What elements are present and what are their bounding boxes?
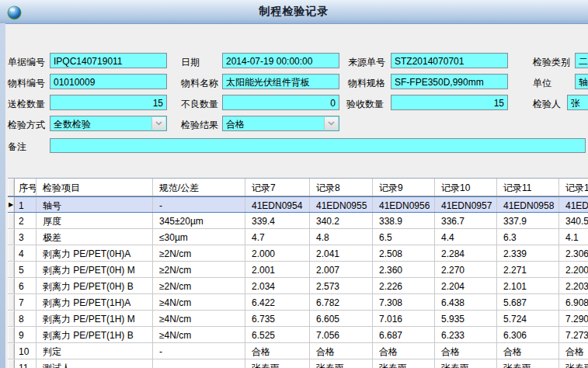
table-cell[interactable]: 张春雨 bbox=[497, 359, 559, 368]
table-cell[interactable]: 5.724 bbox=[497, 311, 559, 326]
table-cell[interactable]: 轴号 bbox=[37, 197, 153, 212]
table-cell[interactable]: 340.5 bbox=[559, 213, 588, 228]
table-cell[interactable]: - bbox=[153, 197, 245, 212]
table-cell[interactable]: 2.034 bbox=[245, 278, 310, 293]
table-cell[interactable]: 6.908 bbox=[559, 294, 588, 310]
table-cell[interactable]: 剥离力 PE/PET(0H) B bbox=[37, 278, 153, 293]
table-cell[interactable]: 7.016 bbox=[373, 311, 435, 326]
table-cell[interactable]: 剥离力 PE/PET(1H) B bbox=[37, 327, 153, 342]
table-row[interactable]: 7剥离力 PE/PET(1H)A≥4N/cm6.4226.7827.3086.4… bbox=[8, 294, 588, 311]
table-cell[interactable]: 4.8 bbox=[310, 229, 373, 245]
table-cell[interactable]: 厚度 bbox=[37, 213, 153, 228]
defect-qty-field[interactable]: 0 bbox=[222, 95, 339, 110]
material-no-field[interactable]: 01010009 bbox=[50, 74, 167, 89]
row-selector[interactable] bbox=[8, 229, 15, 245]
row-selector[interactable] bbox=[8, 343, 15, 359]
table-cell[interactable]: 3 bbox=[15, 229, 37, 245]
table-cell[interactable]: 2.270 bbox=[435, 262, 497, 277]
table-cell[interactable]: 7.056 bbox=[310, 327, 373, 342]
table-cell[interactable]: 2.339 bbox=[497, 245, 559, 261]
accept-qty-field[interactable]: 15 bbox=[391, 95, 508, 110]
table-cell[interactable]: 6.782 bbox=[310, 294, 373, 310]
table-cell[interactable]: 41EDN0958 bbox=[497, 197, 559, 212]
table-cell[interactable]: 合格 bbox=[373, 343, 435, 359]
inspect-type-field[interactable]: 二 bbox=[575, 53, 588, 68]
table-cell[interactable]: 336.7 bbox=[435, 213, 497, 228]
table-cell[interactable]: ≥2N/cm bbox=[153, 278, 245, 293]
table-cell[interactable]: 41EDN0954 bbox=[245, 197, 310, 212]
remark-field[interactable] bbox=[50, 138, 586, 153]
table-cell[interactable]: 338.9 bbox=[373, 213, 435, 228]
table-cell[interactable]: ≥4N/cm bbox=[153, 311, 245, 326]
table-cell[interactable]: 340.2 bbox=[310, 213, 373, 228]
table-cell[interactable]: 剥离力 PE/PET(0H)A bbox=[37, 245, 153, 261]
table-cell[interactable]: 2.360 bbox=[373, 262, 435, 277]
row-selector[interactable] bbox=[8, 213, 15, 228]
table-cell[interactable]: 1 bbox=[15, 197, 37, 212]
table-cell[interactable]: 6.422 bbox=[245, 294, 310, 310]
table-row[interactable]: 2厚度345±20µm339.4340.2338.9336.7337.9340.… bbox=[8, 213, 588, 229]
table-cell[interactable]: 合格 bbox=[245, 343, 310, 359]
table-cell[interactable]: 6.306 bbox=[497, 327, 559, 342]
column-header[interactable]: 记录7 bbox=[245, 179, 310, 196]
table-cell[interactable]: 合格 bbox=[497, 343, 559, 359]
column-header[interactable]: 记录12 bbox=[559, 179, 588, 196]
inspect-result-dropdown-button[interactable] bbox=[324, 117, 338, 130]
table-cell[interactable]: 合格 bbox=[559, 343, 588, 359]
inspect-method-dropdown-button[interactable] bbox=[151, 117, 165, 130]
table-cell[interactable]: 6.525 bbox=[245, 327, 310, 342]
table-cell[interactable]: 2.000 bbox=[245, 245, 310, 261]
table-cell[interactable]: 2.573 bbox=[310, 278, 373, 293]
date-field[interactable]: 2014-07-19 00:00:00 bbox=[222, 53, 339, 68]
table-cell[interactable]: 判定 bbox=[37, 343, 153, 359]
table-cell[interactable]: 2.200 bbox=[559, 262, 588, 277]
table-cell[interactable]: 41EDN0955 bbox=[310, 197, 373, 212]
table-cell[interactable]: - bbox=[153, 343, 245, 359]
table-row[interactable]: 3极差≤30µm4.74.86.54.46.34.1 bbox=[8, 229, 588, 245]
row-selector[interactable] bbox=[8, 262, 15, 277]
table-cell[interactable]: 张春雨 bbox=[559, 359, 588, 368]
table-cell[interactable]: 2.271 bbox=[497, 262, 559, 277]
table-cell[interactable]: 合格 bbox=[435, 343, 497, 359]
table-cell[interactable]: 7 bbox=[15, 294, 37, 310]
doc-no-field[interactable]: IPQC140719011 bbox=[50, 53, 167, 68]
table-cell[interactable]: 6 bbox=[15, 278, 37, 293]
table-cell[interactable]: 2.101 bbox=[497, 278, 559, 293]
column-header[interactable]: 记录11 bbox=[497, 179, 559, 196]
row-selector[interactable] bbox=[8, 327, 15, 342]
inspect-qty-field[interactable]: 15 bbox=[50, 95, 167, 110]
table-cell[interactable]: 6.438 bbox=[435, 294, 497, 310]
table-row[interactable]: 6剥离力 PE/PET(0H) B≥2N/cm2.0342.5732.2262.… bbox=[8, 278, 588, 294]
inspector-field[interactable]: 张 bbox=[567, 95, 588, 110]
table-cell[interactable]: ≥2N/cm bbox=[153, 245, 245, 261]
row-selector[interactable]: ▶ bbox=[8, 197, 15, 212]
table-cell[interactable]: 剥离力 PE/PET(1H)A bbox=[37, 294, 153, 310]
table-row[interactable]: 5剥离力 PE/PET(0H) M≥2N/cm2.0012.0072.3602.… bbox=[8, 262, 588, 278]
table-cell[interactable]: 5.687 bbox=[497, 294, 559, 310]
column-header[interactable]: 记录10 bbox=[435, 179, 497, 196]
table-cell[interactable]: ≤30µm bbox=[153, 229, 245, 245]
source-no-field[interactable]: STZ2014070701 bbox=[391, 53, 508, 68]
table-cell[interactable]: 2.226 bbox=[373, 278, 435, 293]
table-cell[interactable]: ≥4N/cm bbox=[153, 327, 245, 342]
table-cell[interactable]: 6.233 bbox=[435, 327, 497, 342]
table-cell[interactable]: 剥离力 PE/PET(1H) M bbox=[37, 311, 153, 326]
table-cell[interactable]: 2.508 bbox=[373, 245, 435, 261]
column-header[interactable]: 规范/公差 bbox=[153, 179, 245, 196]
table-cell[interactable]: 2.203 bbox=[559, 278, 588, 293]
column-header[interactable]: 记录8 bbox=[310, 179, 373, 196]
table-cell[interactable]: 11 bbox=[15, 359, 37, 368]
table-cell[interactable]: 张春雨 bbox=[373, 359, 435, 368]
table-cell[interactable]: 极差 bbox=[37, 229, 153, 245]
table-cell[interactable]: 2.007 bbox=[310, 262, 373, 277]
table-cell[interactable]: 6.605 bbox=[310, 311, 373, 326]
inspect-result-select[interactable]: 合格 bbox=[222, 116, 339, 131]
table-cell[interactable]: 张春雨 bbox=[310, 359, 373, 368]
table-row[interactable]: ▶1轴号-41EDN095441EDN095541EDN095641EDN095… bbox=[8, 196, 588, 213]
row-selector[interactable] bbox=[8, 245, 15, 261]
table-row[interactable]: 8剥离力 PE/PET(1H) M≥4N/cm6.7356.6057.0165.… bbox=[8, 311, 588, 327]
table-cell[interactable]: 2.306 bbox=[559, 245, 588, 261]
table-cell[interactable]: 6.687 bbox=[373, 327, 435, 342]
row-selector[interactable] bbox=[8, 311, 15, 326]
table-cell[interactable]: 2.284 bbox=[435, 245, 497, 261]
